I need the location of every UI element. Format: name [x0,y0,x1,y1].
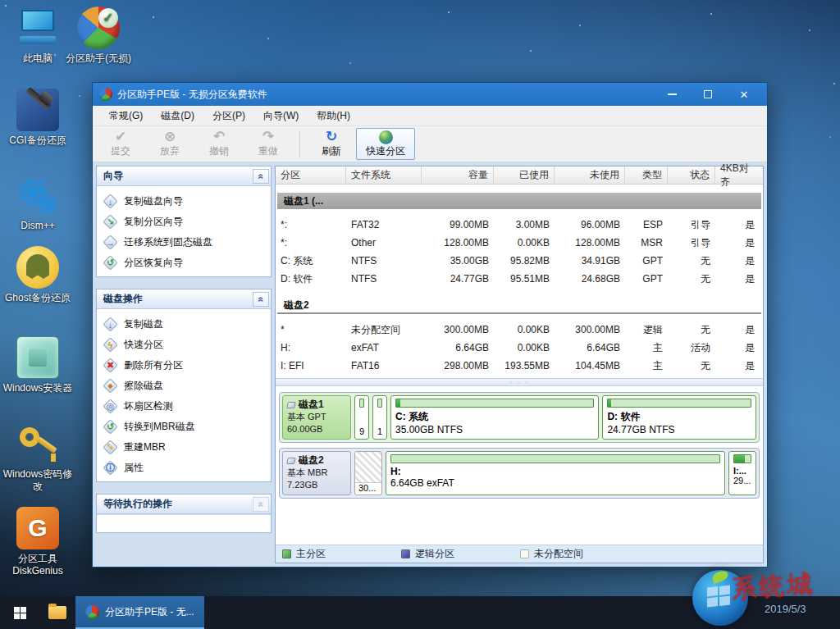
sidebar-item-properties[interactable]: ⓘ 属性 [97,458,271,478]
column-partition[interactable]: 分区 [276,166,346,184]
partition-block-esp[interactable]: 9 [354,395,369,440]
sidebar-item-wipe-disk[interactable]: ◆ 擦除磁盘 [97,376,271,396]
redo-button[interactable]: ↷ 重做 [244,128,293,160]
menu-partition[interactable]: 分区(P) [204,106,253,126]
task-label: 分区助手PE版 - 无... [105,605,194,619]
sidebar-item-partition-recovery-wizard[interactable]: ↺ 分区恢复向导 [97,253,271,273]
table-row[interactable]: H:exFAT6.64GB0.00KB6.64GB主活动是 [276,339,763,357]
partition-list-pane: 分区 文件系统 容量 已使用 未使用 类型 状态 4KB对齐 磁盘1 (... … [275,166,764,563]
desktop-icon-label: CGI备份还原 [2,134,74,147]
partition-block-c[interactable]: C: 系统 35.00GB NTFS [390,395,599,440]
taskbar-task-partition-assistant[interactable]: 分区助手PE版 - 无... [75,596,204,629]
commit-icon: ✔ [115,130,126,144]
legend-label: 逻辑分区 [415,547,454,561]
menu-general[interactable]: 常规(G) [101,106,151,126]
column-unused[interactable]: 未使用 [555,166,625,184]
refresh-button[interactable]: ↻ 刷新 [307,128,356,160]
table-row[interactable]: I: EFIFAT16298.00MB193.55MB104.45MB主无是 [276,357,763,375]
menu-help[interactable]: 帮助(H) [308,106,358,126]
pane-splitter[interactable]: · · · [276,378,763,386]
undo-button[interactable]: ↶ 撤销 [194,128,244,160]
commit-button[interactable]: ✔ 提交 [96,128,145,160]
partition-assistant-window: 分区助手PE版 - 无损分区免费软件 ✕ 常规(G) 磁盘(D) 分区(P) 向… [92,82,768,567]
pencil-icon: ✎ [103,440,117,454]
taskbar: 分区助手PE版 - 无... [0,596,840,629]
partition-block-unallocated[interactable]: 30... [354,451,382,495]
file-explorer-button[interactable] [39,596,75,629]
title-bar[interactable]: 分区助手PE版 - 无损分区免费软件 ✕ [93,83,767,106]
partition-block-i[interactable]: I:... 29... [728,451,756,495]
disk1-label-block[interactable]: 磁盘1 基本 GPT 60.00GB [282,395,351,440]
chevron-up-icon: « [255,296,267,302]
disk-size: 7.23GB [287,479,346,491]
info-icon: ⓘ [103,461,117,475]
app-icon [85,605,99,619]
usage-bar [359,399,364,408]
column-type[interactable]: 类型 [625,166,668,184]
sidebar-item-copy-disk[interactable]: ↓ 复制磁盘 [97,314,271,335]
column-used[interactable]: 已使用 [494,166,555,184]
panel-title: 等待执行的操作 [103,497,253,511]
table-header: 分区 文件系统 容量 已使用 未使用 类型 状态 4KB对齐 [276,166,763,185]
minimize-button[interactable] [654,83,690,106]
desktop-icon-cgi-backup[interactable]: CGI备份还原 [2,89,74,147]
column-filesystem[interactable]: 文件系统 [346,166,422,184]
menu-wizard[interactable]: 向导(W) [255,106,307,126]
pending-operations-list[interactable] [97,514,271,532]
disk2-group-row[interactable]: 磁盘2 [277,298,761,314]
check-icon: ✓ [98,8,118,28]
disk2-group-label: 磁盘2 [284,299,309,312]
disk2-map: 磁盘2 基本 MBR 7.23GB 30... H: 6.64GB exFAT [279,448,760,499]
desktop-icon-windows-password[interactable]: Windows密码修改 [2,422,74,493]
partition-block-h[interactable]: H: 6.64GB exFAT [386,451,725,495]
sidebar-item-bad-sector-check[interactable]: ◎ 坏扇区检测 [97,396,271,417]
disk1-map: 磁盘1 基本 GPT 60.00GB 9 1 C: 系统 [279,392,760,443]
table-row[interactable]: *:Other128.00MB0.00KB128.00MBMSR引导是 [276,234,763,252]
start-button[interactable] [0,596,39,629]
unallocated-swatch [520,549,529,558]
column-status[interactable]: 状态 [668,166,715,184]
column-capacity[interactable]: 容量 [422,166,494,184]
undo-label: 撤销 [209,144,229,158]
sidebar-item-label: 迁移系统到固态磁盘 [124,235,212,249]
menu-disk[interactable]: 磁盘(D) [153,106,203,126]
desktop-icon-ghost-backup[interactable]: Ghost备份还原 [2,246,74,304]
column-4kb-aligned[interactable]: 4KB对齐 [715,166,763,184]
partition-title: I:... [733,466,751,476]
collapse-button[interactable]: « [253,292,269,307]
discard-button[interactable]: ⊗ 放弃 [145,128,194,160]
disk1-group-row[interactable]: 磁盘1 (... [277,193,761,209]
desktop-icon-dism[interactable]: Dism++ [2,174,74,232]
table-row[interactable]: *未分配空间300.00MB0.00KB300.00MB逻辑无是 [276,321,763,339]
desktop-icon-label: Dism++ [2,220,74,232]
sidebar-item-copy-disk-wizard[interactable]: ↓ 复制磁盘向导 [97,191,271,212]
disk-icon [286,458,296,464]
close-button[interactable]: ✕ [726,83,762,106]
desktop-icon-windows-installer[interactable]: Windows安装器 [2,336,74,394]
desktop-icon-diskgenius[interactable]: G 分区工具 DiskGenius [2,507,74,577]
collapse-button[interactable]: « [253,169,269,184]
desktop-icon-partition-assistant[interactable]: ✓ 分区助手(无损) [62,7,135,65]
disk-arrow-icon: ↓ [103,194,117,208]
partition-block-msr[interactable]: 1 [372,395,387,440]
panel-title: 向导 [103,169,253,183]
partition-block-d[interactable]: D: 软件 24.77GB NTFS [602,395,756,440]
collapse-button[interactable]: « [253,497,269,512]
disk-meta: 基本 MBR [287,467,346,479]
sidebar-item-convert-to-mbr[interactable]: ↺ 转换到MBR磁盘 [97,417,271,437]
sidebar-item-rebuild-mbr[interactable]: ✎ 重建MBR [97,437,271,458]
table-row[interactable]: C: 系统NTFS35.00GB95.82MB34.91GBGPT无是 [276,252,763,270]
this-pc-icon [16,7,59,49]
table-row[interactable]: *:FAT3299.00MB3.00MB96.00MBESP引导是 [276,216,763,234]
disk-size: 60.00GB [287,423,346,435]
sidebar-item-quick-partition[interactable]: ϟ 快速分区 [97,335,271,355]
quick-partition-button[interactable]: 快速分区 [356,128,415,160]
table-row[interactable]: D: 软件NTFS24.77GB95.51MB24.68GBGPT无是 [276,270,763,288]
maximize-button[interactable] [690,83,726,106]
sidebar-item-copy-partition-wizard[interactable]: ↘ 复制分区向导 [97,212,271,232]
discard-icon: ⊗ [164,130,176,144]
disk2-label-block[interactable]: 磁盘2 基本 MBR 7.23GB [282,451,351,495]
sidebar-item-delete-all-partitions[interactable]: ✖ 删除所有分区 [97,355,271,376]
sidebar-item-migrate-os-ssd[interactable]: → 迁移系统到固态磁盘 [97,232,271,253]
folder-icon [48,606,66,619]
